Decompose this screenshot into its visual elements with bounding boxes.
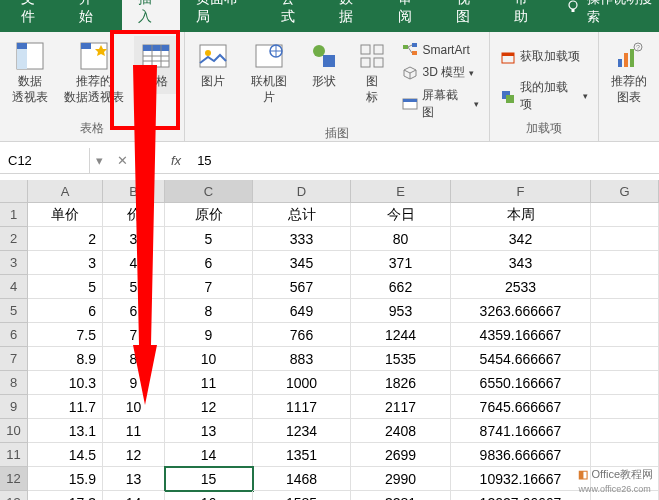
tab-home[interactable]: 开始	[63, 0, 121, 32]
cell[interactable]: 12	[165, 395, 253, 419]
cell[interactable]: 1000	[253, 371, 351, 395]
tell-me-search[interactable]: 操作说明搜索	[565, 0, 659, 32]
cell[interactable]: 17.3	[28, 491, 103, 500]
cell[interactable]: 1351	[253, 443, 351, 467]
cell[interactable]: 4	[103, 251, 165, 275]
cell[interactable]: 12027.66667	[451, 491, 591, 500]
cell[interactable]: 345	[253, 251, 351, 275]
cell[interactable]: 10	[165, 347, 253, 371]
cell[interactable]: 14.5	[28, 443, 103, 467]
cell[interactable]: 11.7	[28, 395, 103, 419]
cell[interactable]: 10	[103, 395, 165, 419]
cell[interactable]: 5	[103, 275, 165, 299]
cell[interactable]	[591, 299, 659, 323]
cell[interactable]: 6	[103, 299, 165, 323]
cell[interactable]: 2	[28, 227, 103, 251]
cell[interactable]: 1117	[253, 395, 351, 419]
fx-icon[interactable]: fx	[163, 153, 189, 168]
cell[interactable]: 7645.666667	[451, 395, 591, 419]
cell[interactable]: 3	[103, 227, 165, 251]
tab-data[interactable]: 数据	[323, 0, 381, 32]
get-addins-button[interactable]: 获取加载项	[496, 46, 593, 67]
col-header-d[interactable]: D	[253, 180, 351, 202]
cell[interactable]: 567	[253, 275, 351, 299]
my-addins-button[interactable]: 我的加载项 ▾	[496, 77, 593, 115]
cell[interactable]: 14	[103, 491, 165, 500]
cell[interactable]: 13.1	[28, 419, 103, 443]
row-header[interactable]: 5	[0, 299, 28, 323]
cell[interactable]: 9836.666667	[451, 443, 591, 467]
col-header-f[interactable]: F	[451, 180, 591, 202]
cell[interactable]: 8.9	[28, 347, 103, 371]
recommended-charts-button[interactable]: ? 推荐的 图表	[605, 36, 653, 109]
tab-review[interactable]: 审阅	[382, 0, 440, 32]
pivot-table-button[interactable]: 数据 透视表	[6, 36, 54, 109]
cell[interactable]	[591, 275, 659, 299]
tab-help[interactable]: 帮助	[498, 0, 556, 32]
cell[interactable]: 12	[103, 443, 165, 467]
row-header[interactable]: 2	[0, 227, 28, 251]
cell[interactable]: 13	[103, 467, 165, 491]
cell[interactable]	[591, 203, 659, 227]
cell[interactable]: 2117	[351, 395, 451, 419]
name-box[interactable]: C12	[0, 148, 90, 173]
row-header[interactable]: 12	[0, 467, 28, 491]
cell[interactable]: 953	[351, 299, 451, 323]
tab-view[interactable]: 视图	[440, 0, 498, 32]
cell[interactable]: 333	[253, 227, 351, 251]
cell[interactable]: 14	[165, 443, 253, 467]
enter-formula-button[interactable]: ✓	[136, 153, 163, 168]
cell[interactable]: 5	[28, 275, 103, 299]
cell[interactable]: 2408	[351, 419, 451, 443]
row-header[interactable]: 13	[0, 491, 28, 500]
chevron-down-icon[interactable]: ▾	[90, 153, 109, 168]
cell[interactable]	[591, 371, 659, 395]
cell[interactable]: 342	[451, 227, 591, 251]
cell[interactable]: 8741.166667	[451, 419, 591, 443]
row-header[interactable]: 8	[0, 371, 28, 395]
cell[interactable]: 本周	[451, 203, 591, 227]
tab-pagelayout[interactable]: 页面布局	[180, 0, 265, 32]
cancel-formula-button[interactable]: ✕	[109, 153, 136, 168]
cell[interactable]: 7.5	[28, 323, 103, 347]
cell[interactable]: 10.3	[28, 371, 103, 395]
cell[interactable]: 3263.666667	[451, 299, 591, 323]
col-header-c[interactable]: C	[165, 180, 253, 202]
cell[interactable]: 8	[165, 299, 253, 323]
row-header[interactable]: 6	[0, 323, 28, 347]
cell[interactable]: 11	[165, 371, 253, 395]
cell[interactable]: 371	[351, 251, 451, 275]
tab-file[interactable]: 文件	[5, 0, 63, 32]
cell[interactable]: 80	[351, 227, 451, 251]
cell[interactable]: 1468	[253, 467, 351, 491]
online-pictures-button[interactable]: 联机图片	[239, 36, 298, 109]
cell[interactable]: 9	[165, 323, 253, 347]
row-header[interactable]: 1	[0, 203, 28, 227]
col-header-a[interactable]: A	[28, 180, 103, 202]
cell[interactable]: 7	[103, 323, 165, 347]
screenshot-button[interactable]: 屏幕截图 ▾	[398, 85, 482, 123]
cell[interactable]: 13	[165, 419, 253, 443]
cell[interactable]: 8	[103, 347, 165, 371]
cell[interactable]: 1234	[253, 419, 351, 443]
row-header[interactable]: 7	[0, 347, 28, 371]
tab-formulas[interactable]: 公式	[265, 0, 323, 32]
col-header-e[interactable]: E	[351, 180, 451, 202]
cell[interactable]: 1826	[351, 371, 451, 395]
cell[interactable]: 1535	[351, 347, 451, 371]
cell[interactable]: 7	[165, 275, 253, 299]
cell[interactable]: 6550.166667	[451, 371, 591, 395]
col-header-g[interactable]: G	[591, 180, 659, 202]
shapes-button[interactable]: 形状	[302, 36, 346, 94]
cell[interactable]: 343	[451, 251, 591, 275]
cell[interactable]: 883	[253, 347, 351, 371]
cell[interactable]: 16	[165, 491, 253, 500]
cell[interactable]: 3281	[351, 491, 451, 500]
cell[interactable]	[591, 323, 659, 347]
grid[interactable]: 1单价价原价总计今日本周2235333803423346345371343455…	[0, 203, 659, 500]
select-all-corner[interactable]	[0, 180, 28, 202]
cell[interactable]: 2699	[351, 443, 451, 467]
cell[interactable]: 10932.16667	[451, 467, 591, 491]
cell[interactable]: 15	[165, 467, 253, 491]
cell[interactable]: 649	[253, 299, 351, 323]
